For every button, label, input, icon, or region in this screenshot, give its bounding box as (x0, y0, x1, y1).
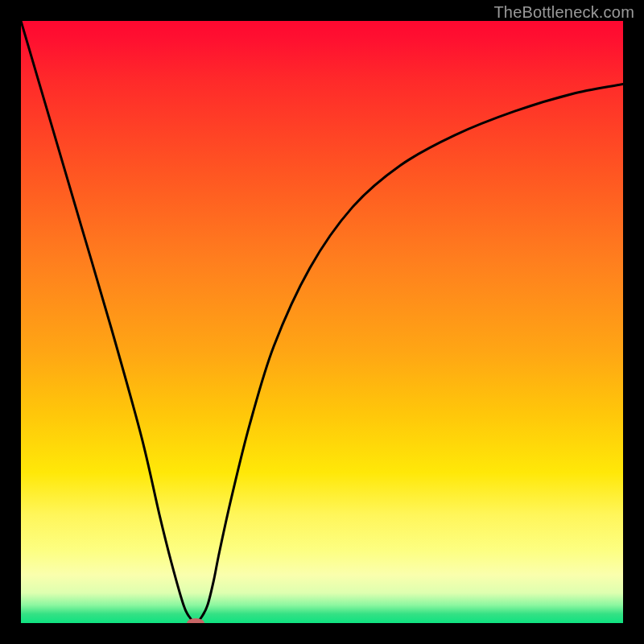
marker-dot (187, 618, 204, 623)
watermark-text: TheBottleneck.com (493, 3, 634, 22)
curve-line (21, 21, 623, 623)
chart-frame: TheBottleneck.com (0, 0, 644, 644)
plot-area (21, 21, 623, 623)
